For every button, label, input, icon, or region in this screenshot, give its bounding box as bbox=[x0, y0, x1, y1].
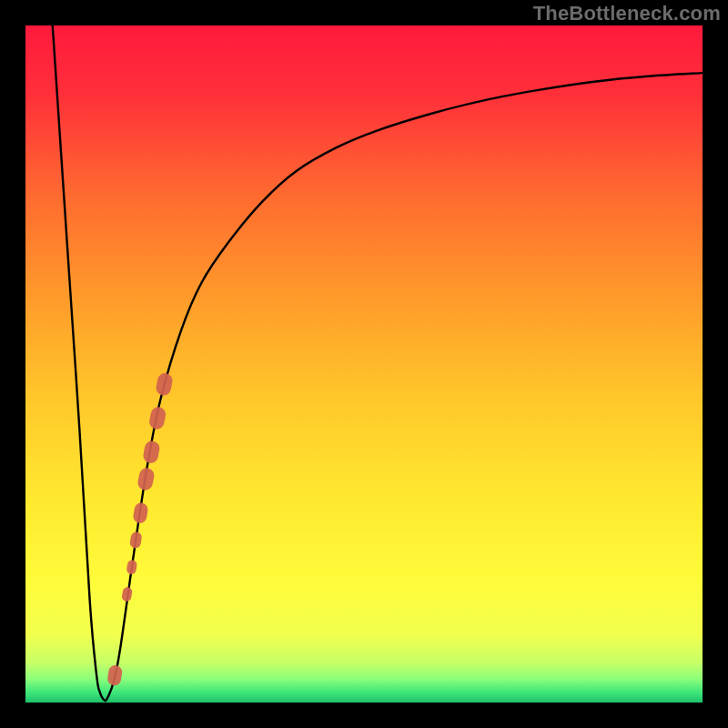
curve-layer bbox=[25, 25, 703, 703]
marker-dot bbox=[136, 467, 156, 491]
marker-dot bbox=[121, 586, 133, 602]
highlight-markers bbox=[106, 372, 174, 687]
marker-dot bbox=[155, 372, 174, 397]
marker-dot bbox=[129, 531, 143, 550]
chart-frame: TheBottleneck.com bbox=[0, 0, 728, 728]
marker-dot bbox=[148, 406, 167, 430]
marker-dot bbox=[126, 560, 138, 575]
bottleneck-curve bbox=[53, 25, 703, 701]
plot-area bbox=[25, 25, 703, 703]
marker-dot bbox=[142, 440, 160, 464]
watermark-text: TheBottleneck.com bbox=[533, 2, 721, 25]
marker-dot bbox=[106, 664, 123, 686]
marker-dot bbox=[132, 501, 148, 523]
